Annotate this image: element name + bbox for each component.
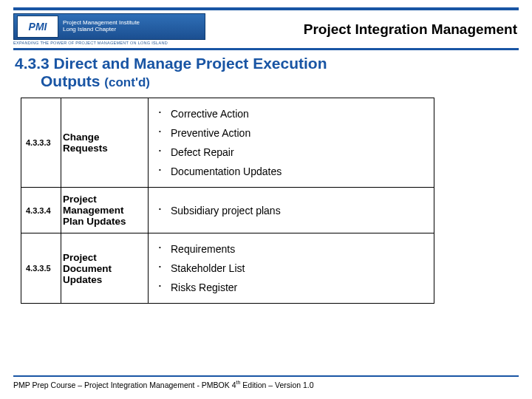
row-number: 4.3.3.4 — [21, 188, 61, 233]
row-items: Corrective Action Preventive Action Defe… — [149, 98, 434, 188]
logo-tagline: EXPANDING THE POWER OF PROJECT MANAGEMEN… — [13, 41, 205, 45]
list-item: Corrective Action — [154, 104, 431, 123]
outputs-table: 4.3.3.3 Change Requests Corrective Actio… — [21, 98, 434, 304]
row-name: Project Management Plan Updates — [61, 188, 149, 233]
footer-part-a: PMP Prep Course – Project Integration Ma… — [13, 380, 236, 389]
section-title-line2: Outputs — [41, 72, 100, 89]
table-row: 4.3.3.5 Project Document Updates Require… — [21, 233, 434, 304]
list-item: Risks Register — [154, 278, 431, 297]
section-number: 4.3.3 — [15, 55, 50, 72]
pmi-badge-icon: PMI — [17, 16, 58, 38]
footer: PMP Prep Course – Project Integration Ma… — [13, 375, 519, 389]
footer-part-b: Edition – Version 1.0 — [240, 380, 313, 389]
table-row: 4.3.3.4 Project Management Plan Updates … — [21, 188, 434, 233]
page-title: Project Integration Management — [205, 21, 519, 38]
logo-text: Project Management Institute Long Island… — [63, 20, 140, 33]
list-item: Requirements — [154, 239, 431, 259]
section-title-line1: Direct and Manage Project Execution — [54, 55, 327, 72]
org-line2: Long Island Chapter — [63, 27, 140, 33]
section-continued: (cont'd) — [104, 75, 150, 89]
section-title: 4.3.3 Direct and Manage Project Executio… — [13, 55, 519, 98]
row-name: Change Requests — [61, 98, 149, 188]
list-item: Defect Repair — [154, 143, 431, 162]
pmi-logo: PMI Project Management Institute Long Is… — [13, 13, 205, 40]
row-items: Subsidiary project plans — [149, 188, 434, 233]
table-row: 4.3.3.3 Change Requests Corrective Actio… — [21, 98, 434, 188]
row-number: 4.3.3.3 — [21, 98, 61, 188]
list-item: Preventive Action — [154, 123, 431, 143]
header-divider — [13, 48, 519, 50]
row-name: Project Document Updates — [61, 233, 149, 304]
row-items: Requirements Stakeholder List Risks Regi… — [149, 233, 434, 304]
row-number: 4.3.3.5 — [21, 233, 61, 304]
header-bar: PMI Project Management Institute Long Is… — [13, 7, 519, 45]
logo-block: PMI Project Management Institute Long Is… — [13, 13, 205, 45]
footer-text: PMP Prep Course – Project Integration Ma… — [13, 380, 519, 389]
list-item: Subsidiary project plans — [154, 201, 431, 220]
list-item: Stakeholder List — [154, 259, 431, 278]
list-item: Documentation Updates — [154, 162, 431, 181]
slide: PMI Project Management Institute Long Is… — [0, 0, 532, 399]
footer-divider — [13, 375, 519, 377]
